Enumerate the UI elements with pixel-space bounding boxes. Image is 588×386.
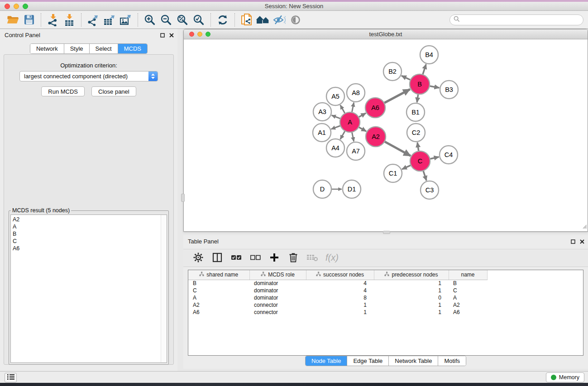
graph-node-C2[interactable]: C2 (407, 124, 425, 142)
graph-node-A8[interactable]: A8 (347, 84, 365, 102)
graph-edge-A-A7[interactable] (352, 133, 354, 142)
table-cell[interactable]: B (188, 280, 249, 287)
delete-column-button[interactable] (286, 251, 301, 265)
graph-node-B3[interactable]: B3 (440, 81, 458, 99)
criterion-select[interactable]: largest connected component (directed) (19, 71, 158, 81)
network-vertical-scrollbar-thumb[interactable] (181, 194, 185, 202)
table-cell[interactable]: A2 (188, 301, 249, 309)
table-cell[interactable]: 1 (374, 301, 449, 309)
mcds-result-item[interactable]: A (13, 223, 167, 230)
tab-motifs[interactable]: Motifs (438, 356, 466, 366)
column-header-name[interactable]: name (449, 270, 487, 280)
graph-node-A4[interactable]: A4 (326, 139, 344, 157)
column-header-successor-nodes[interactable]: successor nodes (306, 270, 374, 280)
table-cell[interactable]: C (449, 287, 487, 294)
table-cell[interactable]: A6 (449, 309, 487, 316)
graph-edge-A-A3[interactable] (332, 115, 340, 119)
graph-node-A1[interactable]: A1 (313, 124, 331, 142)
table-cell[interactable]: A (449, 294, 487, 301)
zoom-selected-button[interactable] (191, 12, 207, 28)
column-header-predecessor-nodes[interactable]: predecessor nodes (374, 270, 449, 280)
search-input[interactable] (462, 16, 583, 24)
show-column-browser-button[interactable] (210, 251, 225, 265)
graph-edge-A-A6[interactable] (359, 113, 366, 117)
close-panel-button[interactable] (169, 32, 174, 39)
export-table-button[interactable] (101, 12, 118, 28)
table-cell[interactable]: 4 (306, 280, 374, 287)
graph-edge-B-B4[interactable] (423, 64, 426, 74)
result-list-scrollbar[interactable] (161, 215, 167, 362)
graph-node-D1[interactable]: D1 (343, 180, 361, 198)
graph-edge-A2-C[interactable] (385, 142, 411, 156)
graph-edge-B-B2[interactable] (402, 76, 410, 80)
unselect-all-columns-button[interactable] (248, 251, 263, 265)
graph-node-B4[interactable]: B4 (420, 46, 438, 64)
graph-node-A2[interactable]: A2 (366, 127, 386, 147)
network-canvas[interactable]: B4B2BB3A8A5A6A3B1AA1C2A2A4A7C4CC1DD1C3 (184, 39, 588, 231)
zoom-out-button[interactable] (158, 12, 174, 28)
import-table-button[interactable] (61, 12, 77, 28)
search-field[interactable] (449, 14, 583, 25)
graph-edge-C-C4[interactable] (430, 157, 439, 159)
mcds-result-item[interactable]: B (13, 230, 167, 238)
graph-edge-B-B1[interactable] (417, 95, 418, 102)
tab-network-table[interactable]: Network Table (389, 356, 438, 366)
graph-edge-C-C2[interactable] (417, 143, 419, 151)
graph-node-B[interactable]: B (410, 74, 430, 94)
column-header-shared-name[interactable]: shared name (188, 270, 249, 280)
graph-node-A7[interactable]: A7 (347, 142, 365, 160)
table-row[interactable]: Adominator80A (188, 294, 583, 301)
apply-layout-button[interactable] (215, 12, 231, 28)
table-cell[interactable]: 0 (374, 294, 449, 301)
home-neighbors-button[interactable] (255, 12, 271, 28)
graph-edge-C-C3[interactable] (423, 171, 426, 181)
table-cell[interactable]: connector (249, 309, 306, 316)
tab-select[interactable]: Select (90, 44, 118, 53)
zoom-in-button[interactable] (142, 12, 158, 28)
float-panel-button[interactable] (160, 32, 165, 39)
graph-edge-A-A1[interactable] (331, 126, 340, 129)
export-image-button[interactable] (118, 12, 134, 28)
graph-node-C3[interactable]: C3 (421, 181, 439, 199)
mcds-result-item[interactable]: A2 (13, 216, 167, 223)
table-cell[interactable]: 1 (374, 287, 449, 294)
table-cell[interactable]: connector (249, 301, 306, 309)
import-network-button[interactable] (45, 12, 61, 28)
table-cell[interactable]: 1 (306, 301, 374, 309)
birds-eye-view-button[interactable] (287, 12, 304, 28)
network-window-titlebar[interactable]: testGlobe.txt (184, 29, 588, 39)
table-cell[interactable]: A (188, 294, 249, 301)
table-row[interactable]: A2connector11A2 (188, 301, 583, 309)
graph-edge-C-C1[interactable] (402, 165, 411, 169)
select-all-columns-button[interactable] (229, 251, 244, 265)
mcds-result-item[interactable]: A6 (13, 245, 167, 252)
table-cell[interactable]: B (449, 280, 487, 287)
table-cell[interactable]: A6 (188, 309, 249, 316)
graph-edge-A6-B[interactable] (384, 89, 410, 103)
table-settings-button[interactable] (191, 251, 206, 265)
table-cell[interactable]: dominator (249, 294, 306, 301)
float-table-panel-button[interactable] (571, 238, 575, 245)
show-task-history-button[interactable] (5, 373, 17, 382)
save-session-button[interactable] (21, 12, 37, 28)
run-mcds-button[interactable]: Run MCDS (41, 86, 85, 96)
graph-edge-A-A4[interactable] (340, 131, 345, 139)
graph-node-A5[interactable]: A5 (326, 87, 344, 105)
graph-edge-A-A5[interactable] (340, 105, 345, 113)
tab-mcds[interactable]: MCDS (118, 44, 147, 53)
table-cell[interactable]: 8 (306, 294, 374, 301)
table-cell[interactable]: dominator (249, 287, 306, 294)
close-panel-action-button[interactable]: Close panel (91, 86, 136, 96)
graph-node-A[interactable]: A (340, 112, 360, 132)
graph-node-A6[interactable]: A6 (365, 98, 385, 118)
export-network-button[interactable] (85, 12, 101, 28)
graph-node-B2[interactable]: B2 (383, 62, 402, 81)
graph-node-D[interactable]: D (313, 180, 331, 198)
tab-network[interactable]: Network (30, 44, 64, 53)
table-row[interactable]: A6connector11A6 (188, 309, 583, 316)
table-row[interactable]: Cdominator41C (188, 287, 583, 294)
open-file-button[interactable] (5, 12, 21, 28)
graph-node-C4[interactable]: C4 (440, 146, 458, 164)
add-column-button[interactable] (267, 251, 282, 265)
delete-table-button[interactable] (305, 251, 320, 265)
